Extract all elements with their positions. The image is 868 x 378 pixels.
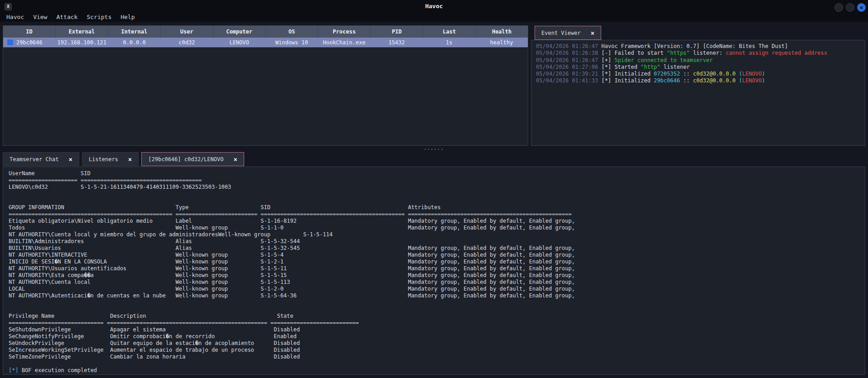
console-line: [9, 306, 859, 313]
log-line: 05/04/2026 01:26:38 [-] Failed to start …: [536, 50, 860, 57]
menubar: HavocViewAttackScriptsHelp: [0, 13, 868, 22]
bottom-tab[interactable]: [29bc0646] c0d32/LENOVO ×: [141, 152, 244, 166]
console-line: BUILTIN\Usuarios Alias S-1-5-32-545 Mand…: [9, 245, 859, 252]
text-segment: [+]: [602, 57, 615, 63]
column-header[interactable]: Internal: [108, 26, 161, 38]
session-cells: 29bc0646192.168.100.1210.0.0.0c0d32LENOV…: [3, 38, 528, 47]
column-header[interactable]: PID: [371, 26, 423, 38]
text-segment: c0d32@0.0.0.0: [693, 71, 736, 77]
console-line: [*] BOF execution completed: [9, 367, 859, 374]
text-segment: ::: [680, 77, 693, 84]
console-line: [9, 191, 859, 197]
session-cell: 1s: [423, 38, 475, 47]
text-segment: (: [736, 71, 742, 77]
session-cell: healthy: [475, 38, 528, 47]
session-row[interactable]: 29bc0646192.168.100.1210.0.0.0c0d32LENOV…: [3, 38, 528, 48]
console-line: NT AUTHORITY\INTERACTIVE Well-known grou…: [9, 252, 859, 258]
splitter-handle[interactable]: ••••••: [424, 147, 444, 152]
console-line: BUILTIN\Administradores Alias S-1-5-32-5…: [9, 238, 859, 245]
text-segment: c0d32@0.0.0.0: [693, 77, 736, 84]
log-line: 05/04/2026 01:26:47 [+] 5pider connected…: [536, 57, 860, 64]
console-line: NT AUTHORITY\Cuenta local Well-known gro…: [9, 279, 859, 286]
text-segment: LENOVO: [742, 71, 762, 77]
close-button[interactable]: ×: [857, 3, 866, 12]
titlebar: Ж Havoc ×: [0, 0, 868, 13]
log-line: 05/04/2026 01:27:06 [*] Started "http" l…: [536, 64, 860, 71]
menu-item[interactable]: Havoc: [2, 13, 29, 21]
window-title: Havoc: [0, 3, 868, 10]
session-cell: 192.168.100.121: [56, 38, 108, 47]
console-line: UserName SID: [9, 170, 859, 177]
console-line: NT AUTHORITY\Autenticaci�n de cuentas en…: [9, 292, 859, 299]
text-segment: 05/04/2026 01:39:21: [536, 71, 602, 77]
console-line: [9, 197, 859, 204]
text-segment: 05/04/2026 01:41:33: [536, 77, 602, 84]
session-cell: 0.0.0.0: [108, 38, 161, 47]
maximize-button[interactable]: [846, 3, 854, 12]
menu-item[interactable]: Scripts: [82, 13, 116, 21]
text-segment: BOF execution completed: [19, 367, 97, 373]
text-segment: 05/04/2026 01:26:47: [536, 43, 602, 49]
menu-item[interactable]: Attack: [52, 13, 82, 21]
log-line: 05/04/2026 01:41:33 [*] Initialized 29bc…: [536, 77, 860, 84]
menu-item[interactable]: View: [29, 13, 52, 21]
column-header[interactable]: Process: [318, 26, 371, 38]
console-line: [9, 360, 859, 367]
column-header[interactable]: External: [56, 26, 108, 38]
session-cell: c0d32: [160, 38, 213, 47]
console-line: Todos Well-known group S-1-1-0 Mandatory…: [9, 225, 859, 231]
text-segment: [*] Initialized: [602, 71, 654, 77]
console-line: SeChangeNotifyPrivilege Omitir comprobac…: [9, 333, 859, 340]
text-segment: listener:: [690, 50, 726, 56]
tab-event-viewer[interactable]: Event Viewer ×: [535, 26, 601, 40]
text-segment: ): [762, 77, 765, 84]
console-line: ========================================…: [9, 211, 859, 218]
session-cell: LENOVO: [213, 38, 265, 47]
event-log: 05/04/2026 01:26:47 Havoc Framework [Ver…: [531, 40, 865, 146]
tab-label: [29bc0646] c0d32/LENOVO: [148, 156, 223, 163]
console-line: NT AUTHORITY\Esta compa��a Well-known gr…: [9, 272, 859, 279]
close-icon[interactable]: ×: [233, 156, 237, 163]
horizontal-splitter: ••••••: [0, 146, 868, 152]
close-icon[interactable]: ×: [591, 29, 594, 37]
console-line: NT AUTHORITY\Cuenta local y miembro del …: [9, 231, 859, 238]
close-icon[interactable]: ×: [128, 156, 132, 163]
column-header[interactable]: ID: [3, 26, 56, 38]
column-header[interactable]: Computer: [213, 26, 266, 38]
console-line: ===================== ==================…: [9, 177, 859, 184]
agent-icon: [7, 39, 13, 45]
console-line: INICIO DE SESI�N EN LA CONSOLA Well-know…: [9, 258, 859, 265]
console-line: SeIncreaseWorkingSetPrivilege Aumentar e…: [9, 347, 859, 354]
log-line: 05/04/2026 01:39:21 [*] Initialized 0720…: [536, 71, 860, 77]
text-segment: [*] Initialized: [602, 77, 654, 84]
text-segment: [*] Started: [602, 64, 641, 70]
text-segment: LENOVO: [742, 77, 762, 84]
console-line: LENOVO\c0d32 S-1-5-21-1611340479-4140311…: [9, 184, 859, 191]
event-viewer-tabbar: Event Viewer ×: [535, 26, 601, 40]
column-header[interactable]: OS: [266, 26, 318, 38]
bottom-tab[interactable]: Listeners ×: [82, 152, 139, 166]
menu-item[interactable]: Help: [116, 13, 139, 21]
session-cell: 15432: [371, 38, 423, 47]
sessions-table-header: IDExternalInternalUserComputerOSProcessP…: [3, 26, 528, 38]
tab-label: Teamserver Chat: [10, 156, 58, 163]
close-icon[interactable]: ×: [68, 156, 72, 163]
console-line: NT AUTHORITY\Usuarios autentificados Wel…: [9, 265, 859, 272]
text-segment: "http": [641, 64, 660, 70]
minimize-button[interactable]: [834, 3, 843, 12]
text-segment: "https": [667, 50, 690, 56]
text-segment: ::: [680, 71, 693, 77]
text-segment: listener: [661, 64, 690, 70]
column-header[interactable]: Last: [423, 26, 476, 38]
text-segment: cannot assign requested address: [726, 50, 827, 56]
column-header[interactable]: Health: [476, 26, 528, 38]
text-segment: 05/04/2026 01:26:47: [536, 57, 602, 63]
text-segment: 05/04/2026 01:26:38: [536, 50, 602, 56]
bottom-tab[interactable]: Teamserver Chat ×: [3, 152, 79, 166]
text-segment: ): [762, 71, 765, 77]
text-segment: 5pider connected to teamserver: [614, 57, 713, 63]
session-cell: Windows 10: [265, 38, 318, 47]
text-segment: 29bc0646: [654, 77, 680, 84]
console-line: SeTimeZonePrivilege Cambiar la zona hora…: [9, 354, 859, 360]
column-header[interactable]: User: [161, 26, 213, 38]
